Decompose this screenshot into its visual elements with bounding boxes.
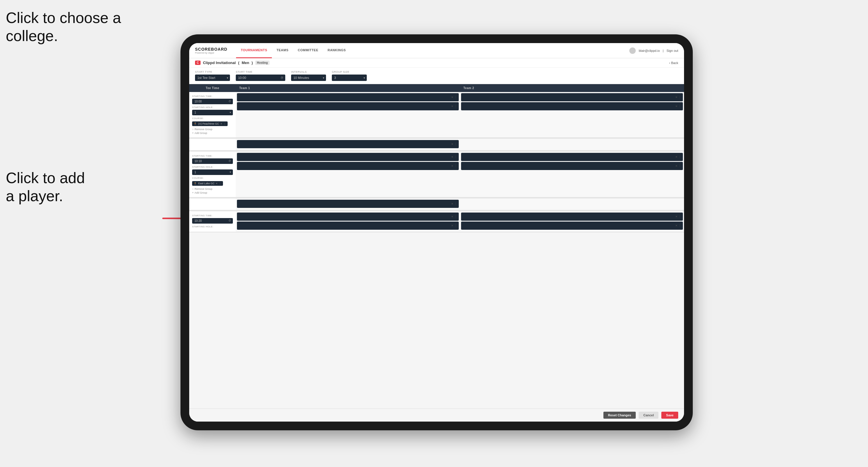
more-icon[interactable]: ⋮ xyxy=(679,164,681,167)
nav-committee[interactable]: COMMITTEE xyxy=(293,43,323,58)
start-time-input[interactable] xyxy=(236,74,285,81)
course-tag-2[interactable]: 🏌 East Lake GC ✕ ⋮ xyxy=(192,181,223,186)
starting-time-input-1[interactable] xyxy=(192,99,233,104)
course-label-1: COURSE: xyxy=(192,117,233,120)
starting-hole-label-1: STARTING HOLE: xyxy=(192,106,233,108)
player-slot-1-1[interactable]: ✕ ⋮ xyxy=(237,93,459,101)
player-slot-1b-1[interactable]: ✕ ⋮ xyxy=(237,140,459,148)
x-icon[interactable]: ✕ xyxy=(451,105,454,108)
remove-group-2[interactable]: ○ Remove Group xyxy=(192,187,233,190)
starting-time-input-wrapper-2: ⏱ xyxy=(192,158,233,164)
start-type-select[interactable]: 1st Tee Start xyxy=(195,74,230,81)
x-icon[interactable]: ✕ xyxy=(675,105,678,108)
clock-icon-1: ⏱ xyxy=(228,100,231,103)
more-icon[interactable]: ⋮ xyxy=(679,96,681,99)
nav-tournaments[interactable]: TOURNAMENTS xyxy=(236,43,272,58)
player-slot-3-3[interactable]: ✕ ⋮ xyxy=(461,213,683,221)
reset-changes-button[interactable]: Reset Changes xyxy=(603,412,636,419)
starting-hole-select-2[interactable]: 1 xyxy=(192,169,233,175)
group2-team2-cell: ✕ ⋮ ✕ ⋮ xyxy=(460,152,684,197)
starting-hole-select-wrapper-1: 1 xyxy=(192,110,233,115)
group1b-left-panel xyxy=(189,139,236,151)
player-slot-3-1[interactable]: ✕ ⋮ xyxy=(237,213,459,221)
more-icon[interactable]: ⋮ xyxy=(454,96,457,99)
x-icon[interactable]: ✕ xyxy=(675,96,678,99)
course-remove-2[interactable]: ✕ xyxy=(216,182,218,185)
more-icon[interactable]: ⋮ xyxy=(679,155,681,158)
x-icon[interactable]: ✕ xyxy=(451,203,454,205)
player-slot-2-4[interactable]: ✕ ⋮ xyxy=(461,162,683,170)
col-team1: Team 1 xyxy=(236,84,460,92)
more-icon[interactable]: ⋮ xyxy=(454,155,457,158)
intervals-select[interactable]: 10 Minutes xyxy=(291,74,326,81)
course-icon-2: 🏌 xyxy=(194,182,197,185)
player-slot-1-4[interactable]: ✕ ⋮ xyxy=(461,102,683,110)
x-icon[interactable]: ✕ xyxy=(675,155,678,158)
group2-left-panel: STARTING TIME: ⏱ STARTING HOLE: 1 xyxy=(189,152,236,197)
tournament-logo: C xyxy=(195,61,200,65)
x-icon[interactable]: ✕ xyxy=(675,224,678,227)
app-footer: Reset Changes Cancel Save xyxy=(189,408,684,422)
player-slot-2-1[interactable]: ✕ ⋮ xyxy=(237,153,459,161)
course-more-2[interactable]: ⋮ xyxy=(219,182,221,185)
group3-left-panel: STARTING TIME: ⏱ STARTING HOLE: xyxy=(189,211,236,232)
cancel-button[interactable]: Cancel xyxy=(639,412,658,419)
starting-time-input-2[interactable] xyxy=(192,158,233,164)
annotation-choose-college: Click to choose a college. xyxy=(6,9,121,45)
tee-table-container: Tee Time Team 1 Team 2 STARTING TIME: ⏱ xyxy=(189,84,684,408)
nav-rankings[interactable]: RANKINGS xyxy=(323,43,350,58)
add-group-1[interactable]: + Add Group xyxy=(192,132,233,134)
x-icon[interactable]: ✕ xyxy=(451,96,454,99)
clock-icon-2: ⏱ xyxy=(228,160,231,162)
starting-hole-select-1[interactable]: 1 xyxy=(192,110,233,115)
starting-time-input-3[interactable] xyxy=(192,218,233,224)
more-icon[interactable]: ⋮ xyxy=(679,215,681,218)
course-icon-1: 🏌 xyxy=(194,122,197,125)
player-slot-2-3[interactable]: ✕ ⋮ xyxy=(461,153,683,161)
starting-time-input-wrapper-3: ⏱ xyxy=(192,218,233,224)
remove-group-1[interactable]: ○ Remove Group xyxy=(192,128,233,131)
course-remove-1[interactable]: ✕ xyxy=(220,123,222,125)
x-icon[interactable]: ✕ xyxy=(451,143,454,146)
x-icon[interactable]: ✕ xyxy=(451,224,454,227)
more-icon[interactable]: ⋮ xyxy=(679,105,681,108)
table-row: ✕ ⋮ xyxy=(189,198,684,210)
user-email: blair@clippd.io xyxy=(639,49,659,53)
player-slot-3-2[interactable]: ✕ ⋮ xyxy=(237,222,459,230)
more-icon[interactable]: ⋮ xyxy=(454,143,457,146)
nav-teams[interactable]: TEAMS xyxy=(272,43,293,58)
group-size-select[interactable]: 3 xyxy=(332,74,367,81)
more-icon[interactable]: ⋮ xyxy=(679,224,681,227)
add-group-2[interactable]: + Add Group xyxy=(192,191,233,194)
starting-time-label-2: STARTING TIME: xyxy=(192,155,233,157)
x-icon[interactable]: ✕ xyxy=(451,155,454,158)
player-slot-1-2[interactable]: ✕ ⋮ xyxy=(237,102,459,110)
tournament-name: Clippd Invitational xyxy=(203,61,236,65)
save-button[interactable]: Save xyxy=(661,412,678,419)
more-icon[interactable]: ⋮ xyxy=(454,203,457,205)
course-tag-1[interactable]: 🏌 (A) Peachtree GC ✕ ⋮ xyxy=(192,121,228,126)
player-slot-2b-1[interactable]: ✕ ⋮ xyxy=(237,200,459,208)
x-icon[interactable]: ✕ xyxy=(675,164,678,167)
x-icon[interactable]: ✕ xyxy=(675,215,678,218)
x-icon[interactable]: ✕ xyxy=(451,164,454,167)
player-slot-2-2[interactable]: ✕ ⋮ xyxy=(237,162,459,170)
sign-out-link[interactable]: Sign out xyxy=(666,49,678,53)
more-icon[interactable]: ⋮ xyxy=(454,215,457,218)
more-icon[interactable]: ⋮ xyxy=(454,164,457,167)
group1b-team2-cell xyxy=(460,139,684,151)
x-icon[interactable]: ✕ xyxy=(451,215,454,218)
player-slot-3-4[interactable]: ✕ ⋮ xyxy=(461,222,683,230)
more-icon[interactable]: ⋮ xyxy=(454,105,457,108)
back-button[interactable]: ‹ Back xyxy=(669,61,678,65)
group1-team2-cell: ✕ ⋮ ✕ ⋮ xyxy=(460,92,684,138)
course-more-1[interactable]: ⋮ xyxy=(223,123,226,125)
starting-time-label-1: STARTING TIME: xyxy=(192,95,233,97)
player-slot-1-3[interactable]: ✕ ⋮ xyxy=(461,93,683,101)
table-row: STARTING TIME: ⏱ STARTING HOLE: 1 xyxy=(189,152,684,197)
starting-hole-select-wrapper-2: 1 xyxy=(192,169,233,175)
more-icon[interactable]: ⋮ xyxy=(454,224,457,227)
starting-time-input-wrapper-1: ⏱ xyxy=(192,98,233,104)
clock-icon-3: ⏱ xyxy=(228,219,231,222)
main-nav: TOURNAMENTS TEAMS COMMITTEE RANKINGS xyxy=(236,43,629,58)
